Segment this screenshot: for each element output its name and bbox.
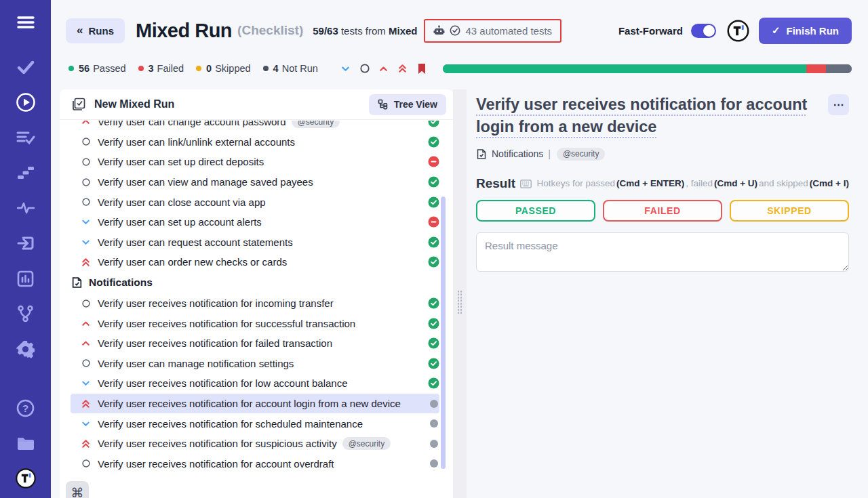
tasks-check-icon[interactable] bbox=[16, 57, 36, 77]
hotkey-segment: (Cmd + ENTER) bbox=[616, 178, 684, 188]
test-row[interactable]: Verify user receives notification for in… bbox=[71, 293, 439, 314]
priority-icon bbox=[80, 358, 92, 369]
run-play-icon[interactable] bbox=[16, 92, 36, 112]
analytics-icon[interactable] bbox=[16, 268, 36, 289]
stat-item[interactable]: 56Passed bbox=[68, 63, 126, 74]
test-row[interactable]: Verify user receives notification for lo… bbox=[71, 373, 439, 394]
result-message-input[interactable] bbox=[476, 232, 849, 272]
priority-icon bbox=[80, 216, 92, 228]
test-row[interactable]: Verify user can request account statemen… bbox=[71, 232, 439, 253]
stat-item[interactable]: 3Failed bbox=[138, 63, 184, 74]
suite-section-row[interactable]: Notifications bbox=[71, 272, 439, 293]
test-detail-title[interactable]: Verify user receives notification for ac… bbox=[476, 94, 812, 139]
help-icon[interactable]: ? bbox=[16, 398, 36, 418]
priority-icon bbox=[80, 398, 92, 409]
test-row[interactable]: Verify user can manage notification sett… bbox=[71, 354, 439, 374]
test-row[interactable]: Verify user can view and manage saved pa… bbox=[71, 172, 439, 192]
steps-icon[interactable] bbox=[16, 163, 36, 183]
status-icon bbox=[428, 297, 439, 309]
status-passed-icon bbox=[428, 176, 439, 188]
hotkey-segment: , failed bbox=[686, 178, 713, 188]
fast-forward-toggle[interactable] bbox=[691, 24, 716, 38]
status-notrun-icon bbox=[430, 400, 438, 408]
result-button-skipped[interactable]: SKIPPED bbox=[730, 200, 849, 222]
filter-bookmark-icon[interactable] bbox=[416, 62, 428, 75]
stat-count: 56 bbox=[79, 63, 90, 74]
tree-view-button[interactable]: Tree View bbox=[369, 94, 446, 115]
test-plans-icon[interactable] bbox=[16, 127, 36, 148]
status-icon bbox=[428, 156, 439, 167]
menu-icon[interactable] bbox=[16, 12, 36, 33]
tests-summary: 59/63 tests from Mixed bbox=[313, 25, 417, 37]
test-row[interactable]: Verify user can link/unlink external acc… bbox=[71, 132, 439, 152]
test-tag: @security bbox=[292, 121, 340, 128]
pulse-icon[interactable] bbox=[16, 198, 36, 218]
test-row[interactable]: Verify user receives notification for ac… bbox=[71, 394, 439, 414]
result-heading: Result bbox=[476, 176, 515, 191]
test-row[interactable]: Verify user receives notification for sc… bbox=[71, 413, 439, 434]
run-type-label: (Checklist) bbox=[237, 23, 303, 38]
test-row[interactable]: Verify user can order new checks or card… bbox=[71, 252, 439, 272]
test-row[interactable]: Verify user can set up account alerts bbox=[71, 212, 439, 232]
test-title: Verify user receives notification for fa… bbox=[98, 337, 332, 349]
priority-low-icon bbox=[81, 217, 91, 227]
list-scrollbar-thumb[interactable] bbox=[441, 196, 446, 469]
priority-icon bbox=[80, 377, 92, 389]
test-title: Verify user receives notification for ac… bbox=[98, 458, 334, 470]
test-title: Verify user can set up direct deposits bbox=[98, 156, 264, 167]
test-title: Verify user receives notification for sc… bbox=[98, 418, 363, 430]
priority-icon bbox=[80, 156, 92, 167]
test-row[interactable]: Verify user receives notification for fa… bbox=[71, 333, 439, 354]
suite-name[interactable]: Notifications bbox=[492, 148, 543, 159]
priority-highest-icon bbox=[81, 398, 91, 409]
app-sidebar: ? bbox=[0, 0, 51, 498]
stat-dot-icon bbox=[196, 66, 201, 71]
filter-highest-priority-icon[interactable] bbox=[397, 62, 409, 75]
status-icon bbox=[428, 236, 439, 248]
stat-item[interactable]: 0Skipped bbox=[196, 63, 250, 74]
branch-icon[interactable] bbox=[16, 304, 36, 324]
toggle-knob bbox=[703, 25, 715, 37]
status-icon bbox=[428, 358, 439, 369]
filter-low-priority-icon[interactable] bbox=[340, 62, 352, 75]
test-row[interactable]: Verify user can close account via app bbox=[71, 192, 439, 212]
test-list-header: New Mixed Run Tree View bbox=[60, 89, 453, 120]
progress-passed-segment bbox=[443, 64, 806, 73]
test-row[interactable]: Verify user receives notification for su… bbox=[71, 434, 439, 454]
test-row[interactable]: Verify user receives notification for ac… bbox=[71, 454, 439, 474]
more-options-button[interactable]: ⋯ bbox=[828, 94, 849, 115]
settings-gear-icon[interactable] bbox=[16, 339, 36, 359]
hotkey-segment: and skipped bbox=[759, 178, 808, 188]
testomat-logo-small[interactable] bbox=[727, 20, 749, 42]
test-row[interactable]: Verify user can set up direct deposits bbox=[71, 152, 439, 172]
test-list: Verify user can change account password … bbox=[60, 121, 453, 498]
import-icon[interactable] bbox=[16, 233, 36, 253]
hotkey-segment: (Cmd + U) bbox=[714, 178, 757, 188]
status-failed-icon bbox=[428, 156, 439, 167]
run-header: « Runs Mixed Run (Checklist) 59/63 tests… bbox=[51, 0, 868, 61]
stat-dot-icon bbox=[68, 66, 74, 71]
priority-highest-icon bbox=[81, 257, 91, 268]
finish-run-button[interactable]: ✓ Finish Run bbox=[759, 18, 852, 44]
priority-normal-icon bbox=[81, 178, 91, 187]
test-title: Verify user can manage notification sett… bbox=[98, 358, 294, 369]
status-icon bbox=[428, 256, 439, 268]
priority-icon bbox=[80, 318, 92, 329]
result-button-failed[interactable]: FAILED bbox=[603, 200, 722, 222]
test-list-panel: New Mixed Run Tree View Verify user can … bbox=[60, 89, 453, 498]
automated-tests-label: 43 automated tests bbox=[465, 25, 552, 37]
projects-folder-icon[interactable] bbox=[16, 433, 36, 453]
test-row[interactable]: Verify user receives notification for su… bbox=[71, 313, 439, 333]
filter-normal-priority-icon[interactable] bbox=[359, 62, 371, 75]
stat-count: 0 bbox=[206, 63, 212, 74]
command-palette-button[interactable]: ⌘ bbox=[66, 481, 89, 498]
stat-label: Skipped bbox=[215, 63, 250, 74]
back-to-runs-button[interactable]: « Runs bbox=[66, 18, 125, 43]
stat-item[interactable]: 4Not Run bbox=[263, 63, 318, 74]
security-tag[interactable]: @security bbox=[557, 148, 606, 161]
result-button-passed[interactable]: PASSED bbox=[476, 200, 595, 222]
filter-high-priority-icon[interactable] bbox=[378, 62, 390, 75]
test-row[interactable]: Verify user can change account password … bbox=[71, 121, 439, 132]
panel-resize-divider[interactable] bbox=[453, 89, 467, 498]
testomat-logo[interactable] bbox=[16, 468, 36, 489]
